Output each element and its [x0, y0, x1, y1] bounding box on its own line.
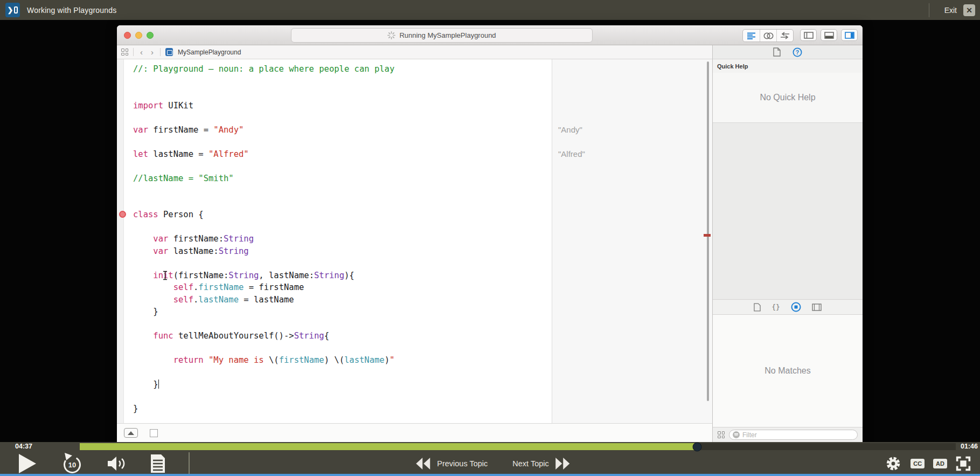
audio-description-icon[interactable]: AD [933, 459, 947, 468]
code-line [133, 160, 552, 173]
code-line [133, 75, 552, 88]
related-items-icon[interactable] [121, 49, 128, 56]
code-snippet-icon[interactable]: {} [772, 303, 780, 311]
filter-field[interactable] [729, 430, 858, 440]
code-line: class Person { [133, 209, 552, 221]
course-title: Working with Playgrounds [27, 6, 116, 15]
controls-divider-left [189, 452, 190, 475]
toggle-debug-area-icon[interactable] [124, 428, 138, 438]
debug-bar [117, 423, 712, 442]
library-grid-icon[interactable] [718, 431, 725, 438]
player-focus-line [0, 474, 980, 476]
text-insertion-caret [158, 380, 159, 389]
quick-help-header: Quick Help [713, 59, 863, 73]
app-root: ❯ Working with Playgrounds Exit ✕ [0, 0, 980, 476]
course-header-bar: ❯ Working with Playgrounds Exit ✕ [0, 0, 980, 20]
close-window-icon[interactable] [124, 32, 131, 39]
course-logo-icon: ❯ [5, 3, 20, 17]
stop-square-icon[interactable] [150, 429, 158, 437]
minimize-window-icon[interactable] [135, 32, 142, 39]
quick-help-empty-text: No Quick Help [760, 93, 815, 102]
header-divider [929, 3, 929, 17]
code-line: return "My name is \(firstName) \(lastNa… [133, 354, 552, 367]
playground-file-icon [165, 48, 173, 56]
panel-toggle-buttons [800, 29, 858, 42]
media-library-icon[interactable] [812, 303, 822, 311]
code-line: } [133, 403, 552, 415]
svg-text:?: ? [796, 49, 799, 56]
code-line [133, 391, 552, 403]
xcode-titlebar: Running MySamplePlayground [117, 25, 863, 45]
exit-button[interactable]: Exit [944, 6, 957, 15]
code-line: func tellMeAboutYourself()->String{ [133, 330, 552, 342]
debug-area-icon[interactable] [821, 29, 837, 41]
inspector-panel-icon[interactable] [841, 29, 858, 41]
scrollbar-issue-marker [704, 234, 711, 237]
result-value[interactable]: "Alfred" [558, 148, 585, 161]
source-editor[interactable]: //: Playground – noun: a place where peo… [117, 59, 712, 423]
transcript-icon[interactable] [150, 454, 166, 473]
forward-chevron-icon[interactable]: › [149, 48, 155, 56]
editor-mode-segmented-control [742, 29, 794, 42]
code-line: //: Playground – noun: a place where peo… [133, 63, 552, 75]
tab-mysampleplayground[interactable]: MySamplePlayground [178, 49, 241, 56]
elapsed-time: 04:37 [15, 443, 32, 450]
code-line [133, 367, 552, 379]
volume-icon[interactable] [107, 455, 127, 472]
previous-topic-button[interactable]: Previous Topic [415, 457, 488, 470]
inspector-tab-bar: ? [713, 45, 863, 59]
rewind-10-icon[interactable]: 10 [60, 452, 84, 475]
close-icon[interactable]: ✕ [963, 4, 975, 16]
object-library-icon[interactable] [791, 302, 801, 312]
code-line [133, 342, 552, 355]
play-icon[interactable] [17, 453, 38, 474]
code-line: self.firstName = firstName [133, 281, 552, 294]
progress-fill [80, 443, 697, 450]
library-body: No Matches [713, 315, 863, 427]
results-sidebar: "Andy""Alfred" [552, 59, 712, 423]
code-line [133, 197, 552, 209]
file-inspector-icon[interactable] [773, 47, 781, 57]
file-template-icon[interactable] [754, 303, 761, 312]
code-line [133, 221, 552, 233]
progress-handle[interactable] [693, 442, 702, 451]
closed-captions-icon[interactable]: CC [911, 459, 925, 468]
code-line: var lastName:String [133, 245, 552, 258]
next-topic-button[interactable]: Next Topic [512, 457, 570, 470]
library-empty-text: No Matches [764, 366, 810, 376]
code-line: init(firstName:String, lastName:String){ [133, 270, 552, 282]
assistant-editor-icon[interactable] [760, 30, 776, 42]
code-line: let lastName = "Alfred" [133, 148, 552, 161]
inspector-panel: ? Quick Help No Quick Help [712, 45, 863, 442]
filter-icon [733, 431, 740, 438]
result-value[interactable]: "Andy" [558, 124, 582, 136]
code-lines[interactable]: //: Playground – noun: a place where peo… [124, 59, 552, 423]
progress-bar[interactable] [80, 443, 956, 450]
navigator-panel-icon[interactable] [800, 29, 817, 41]
code-line [133, 257, 552, 270]
zoom-window-icon[interactable] [147, 32, 154, 39]
svg-text:10: 10 [68, 461, 76, 469]
standard-editor-icon[interactable] [743, 30, 760, 42]
next-double-arrow-icon [555, 457, 571, 470]
version-editor-icon[interactable] [776, 30, 793, 42]
code-line [133, 318, 552, 330]
previous-double-arrow-icon [415, 457, 430, 470]
filter-input[interactable] [742, 431, 854, 439]
editor-scrollbar[interactable] [707, 61, 709, 401]
quick-help-icon[interactable]: ? [793, 47, 802, 57]
settings-gear-icon[interactable] [885, 455, 902, 472]
jump-bar: ‹ › MySamplePlayground [117, 45, 712, 59]
code-line: //lastName = "Smith" [133, 173, 552, 185]
code-line [133, 87, 552, 100]
breakpoint-gutter[interactable] [117, 59, 124, 423]
code-line [133, 112, 552, 124]
code-line: self.lastName = lastName [133, 294, 552, 306]
code-line: var firstName:String [133, 233, 552, 245]
back-chevron-icon[interactable]: ‹ [138, 48, 144, 56]
library-tab-bar: {} [713, 299, 863, 315]
activity-status-text: Running MySamplePlayground [399, 31, 496, 39]
fullscreen-icon[interactable] [956, 456, 971, 471]
remaining-time: 01:46 [961, 443, 978, 450]
quick-help-body: No Quick Help [713, 73, 863, 123]
